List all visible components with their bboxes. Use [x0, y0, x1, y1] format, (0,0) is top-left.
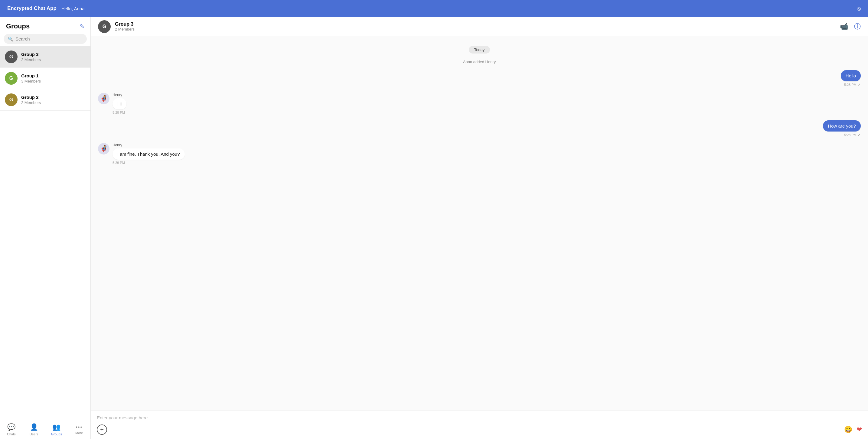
app-greeting: Hello, Anna [61, 6, 85, 11]
sidebar-title: Groups [6, 22, 30, 30]
group-list-item-group3[interactable]: G Group 3 2 Members [0, 46, 90, 68]
app-title: Encrypted Chat App [7, 5, 57, 11]
chat-area: G Group 3 2 Members 📹 ⓘ Today Anna added… [91, 17, 868, 439]
group-name-group1: Group 1 [21, 73, 41, 78]
info-icon[interactable]: ⓘ [854, 22, 861, 31]
search-box: 🔍 [4, 34, 87, 44]
add-attachment-button[interactable]: + [97, 425, 107, 435]
group-name-group2: Group 2 [21, 95, 41, 100]
group-members-group2: 2 Members [21, 100, 41, 105]
sidebar: Groups ✎ 🔍 G Group 3 2 Members G Group 1 [0, 17, 91, 439]
video-call-icon[interactable]: 📹 [840, 23, 848, 31]
group-members-group1: 3 Members [21, 79, 41, 84]
msg-sender-m4: Henry [113, 143, 185, 147]
msg-time-label-m2: 5:28 PM [113, 111, 125, 114]
logout-icon[interactable]: ⎋ [857, 5, 861, 12]
group-list-item-group2[interactable]: G Group 2 2 Members [0, 89, 90, 111]
message-row-m2: 🦸 Henry Hi 5:28 PM [98, 93, 861, 114]
group-avatar-group1: G [5, 72, 18, 85]
msg-avatar-henry-1: 🦸 [98, 93, 110, 104]
msg-time-m1: 5:28 PM ✓ [844, 83, 861, 87]
msg-time-label-m4: 5:29 PM [113, 161, 125, 164]
msg-body-m1: Hello 5:28 PM ✓ [841, 70, 861, 87]
msg-bubble-m3: How are you? [823, 120, 861, 131]
chat-header-actions: 📹 ⓘ [840, 22, 861, 31]
header-left: Encrypted Chat App Hello, Anna [7, 5, 85, 11]
nav-label-users: Users [30, 432, 38, 436]
chat-header-left: G Group 3 2 Members [98, 20, 134, 33]
app-header: Encrypted Chat App Hello, Anna ⎋ [0, 0, 868, 17]
msg-time-label-m3: 5:28 PM [844, 133, 857, 137]
chat-group-avatar: G [98, 20, 111, 33]
checkmark-m3: ✓ [858, 133, 861, 137]
message-row-m3: How are you? 5:28 PM ✓ [98, 120, 861, 137]
msg-body-m3: How are you? 5:28 PM ✓ [823, 120, 861, 137]
compose-icon[interactable]: ✎ [80, 23, 84, 30]
users-icon: 👤 [30, 423, 38, 431]
chat-header: G Group 3 2 Members 📹 ⓘ [91, 17, 868, 36]
group-name-group3: Group 3 [21, 52, 41, 57]
group-avatar-group2: G [5, 93, 18, 106]
group-list-item-group1[interactable]: G Group 1 3 Members [0, 68, 90, 89]
message-input[interactable] [97, 415, 862, 423]
nav-label-more: More [75, 431, 83, 435]
chats-icon: 💬 [7, 423, 16, 431]
search-input[interactable] [16, 36, 83, 41]
msg-time-m3: 5:28 PM ✓ [844, 133, 861, 137]
nav-label-chats: Chats [7, 432, 16, 436]
input-right-actions: 😀 ❤ [844, 426, 862, 434]
message-row-m1: Hello 5:28 PM ✓ [98, 70, 861, 87]
group-list: G Group 3 2 Members G Group 1 3 Members … [0, 46, 90, 420]
group-info-group1: Group 1 3 Members [21, 73, 41, 84]
group-members-group3: 2 Members [21, 58, 41, 62]
group-avatar-group3: G [5, 51, 18, 63]
input-area: + 😀 ❤ [91, 411, 868, 439]
group-info-group2: Group 2 2 Members [21, 95, 41, 105]
msg-time-m2: 5:28 PM [113, 111, 126, 114]
message-row-m4: 🦸 Henry I am fine. Thank you. And you? 5… [98, 143, 861, 164]
search-icon: 🔍 [8, 37, 13, 41]
msg-body-m2: Henry Hi 5:28 PM [113, 93, 126, 114]
bottom-nav: 💬 Chats 👤 Users 👥 Groups ••• More [0, 420, 90, 439]
nav-label-groups: Groups [51, 432, 62, 436]
checkmark-m1: ✓ [858, 83, 861, 87]
msg-time-m4: 5:29 PM [113, 161, 185, 164]
msg-avatar-henry-2: 🦸 [98, 143, 110, 155]
system-message: Anna added Henry [463, 60, 496, 64]
msg-body-m4: Henry I am fine. Thank you. And you? 5:2… [113, 143, 185, 164]
nav-item-groups[interactable]: 👥 Groups [45, 423, 68, 436]
group-info-group3: Group 3 2 Members [21, 52, 41, 62]
msg-bubble-m1: Hello [841, 70, 861, 81]
nav-item-users[interactable]: 👤 Users [23, 423, 45, 436]
nav-item-chats[interactable]: 💬 Chats [0, 423, 23, 436]
chat-group-members: 2 Members [115, 27, 134, 31]
msg-bubble-m2: Hi [113, 98, 126, 109]
input-actions: + 😀 ❤ [97, 425, 862, 435]
more-icon: ••• [75, 425, 83, 430]
nav-item-more[interactable]: ••• More [68, 425, 90, 435]
groups-icon: 👥 [52, 423, 61, 431]
sidebar-header: Groups ✎ [0, 17, 90, 34]
emoji-icon[interactable]: 😀 [844, 426, 852, 434]
chat-group-name: Group 3 [115, 22, 134, 27]
msg-time-label-m1: 5:28 PM [844, 83, 857, 87]
heart-icon[interactable]: ❤ [857, 426, 862, 434]
msg-sender-m2: Henry [113, 93, 126, 97]
messages-container: Today Anna added Henry Hello 5:28 PM ✓ 🦸… [91, 36, 868, 411]
date-badge: Today [469, 46, 490, 54]
msg-bubble-m4: I am fine. Thank you. And you? [113, 149, 185, 160]
main-layout: Groups ✎ 🔍 G Group 3 2 Members G Group 1 [0, 17, 868, 439]
chat-group-info: Group 3 2 Members [115, 22, 134, 31]
